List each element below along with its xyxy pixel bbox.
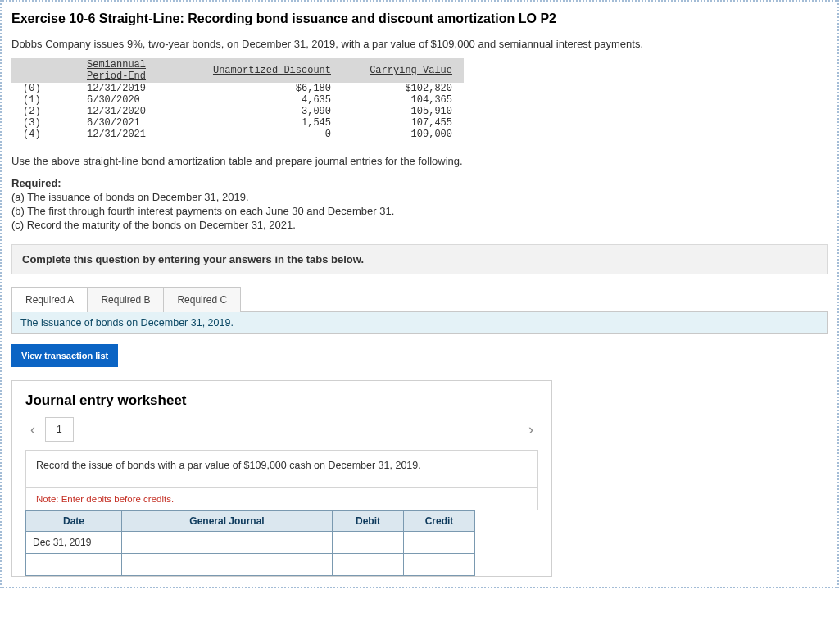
- tabs: Required A Required B Required C: [11, 286, 828, 311]
- worksheet-title: Journal entry worksheet: [25, 392, 538, 409]
- table-row: (0) 12/31/2019 $6,180 $102,820: [11, 83, 464, 94]
- worksheet-instruction: Record the issue of bonds with a par val…: [25, 450, 538, 487]
- use-line: Use the above straight-line bond amortiz…: [11, 155, 828, 167]
- required-heading: Required:: [11, 177, 828, 189]
- context-strip: The issuance of bonds on December 31, 20…: [11, 311, 828, 334]
- required-c: (c) Record the maturity of the bonds on …: [11, 219, 828, 231]
- col-debit: Debit: [333, 510, 404, 531]
- worksheet-note: Note: Enter debits before credits.: [25, 487, 538, 510]
- tab-required-b[interactable]: Required B: [88, 287, 164, 312]
- worksheet-nav: ‹ 1 ›: [25, 417, 538, 442]
- debit-cell[interactable]: [333, 531, 404, 553]
- table-row: [26, 553, 475, 575]
- view-transaction-list-button[interactable]: View transaction list: [11, 344, 118, 367]
- journal-worksheet-panel: Journal entry worksheet ‹ 1 › Record the…: [11, 380, 552, 577]
- table-row: (3) 6/30/2021 1,545 107,455: [11, 117, 464, 129]
- col-carrying: Carrying Value: [342, 58, 464, 83]
- date-cell[interactable]: Dec 31, 2019: [26, 531, 122, 553]
- table-row: (2) 12/31/2020 3,090 105,910: [11, 106, 464, 117]
- worksheet-step[interactable]: 1: [45, 417, 74, 442]
- credit-cell[interactable]: [404, 531, 475, 553]
- required-block: Required: (a) The issuance of bonds on D…: [11, 177, 828, 231]
- table-row: (4) 12/31/2021 0 109,000: [11, 129, 464, 140]
- col-general-journal: General Journal: [122, 510, 333, 531]
- credit-cell[interactable]: [404, 553, 475, 575]
- col-date: Date: [26, 510, 122, 531]
- tab-required-a[interactable]: Required A: [11, 287, 88, 312]
- col-period: Semiannual Period-End: [75, 58, 197, 83]
- required-b: (b) The first through fourth interest pa…: [11, 205, 828, 217]
- col-credit: Credit: [404, 510, 475, 531]
- intro-text: Dobbs Company issues 9%, two-year bonds,…: [11, 38, 828, 50]
- instruction-bar: Complete this question by entering your …: [11, 244, 828, 274]
- col-discount: Unamortized Discount: [197, 58, 342, 83]
- exercise-title: Exercise 10-6 Straight-Line: Recording b…: [11, 11, 828, 26]
- table-row: (1) 6/30/2020 4,635 104,365: [11, 94, 464, 106]
- required-a: (a) The issuance of bonds on December 31…: [11, 191, 828, 203]
- debit-cell[interactable]: [333, 553, 404, 575]
- table-row: Dec 31, 2019: [26, 531, 475, 553]
- tab-required-c[interactable]: Required C: [164, 287, 241, 312]
- gj-cell[interactable]: [122, 553, 333, 575]
- date-cell[interactable]: [26, 553, 122, 575]
- chevron-left-icon[interactable]: ‹: [25, 421, 40, 438]
- exercise-container: Exercise 10-6 Straight-Line: Recording b…: [0, 0, 839, 588]
- journal-entry-table: Date General Journal Debit Credit Dec 31…: [25, 510, 475, 576]
- chevron-right-icon[interactable]: ›: [524, 421, 538, 438]
- amortization-table: Semiannual Period-End Unamortized Discou…: [11, 58, 464, 140]
- gj-cell[interactable]: [122, 531, 333, 553]
